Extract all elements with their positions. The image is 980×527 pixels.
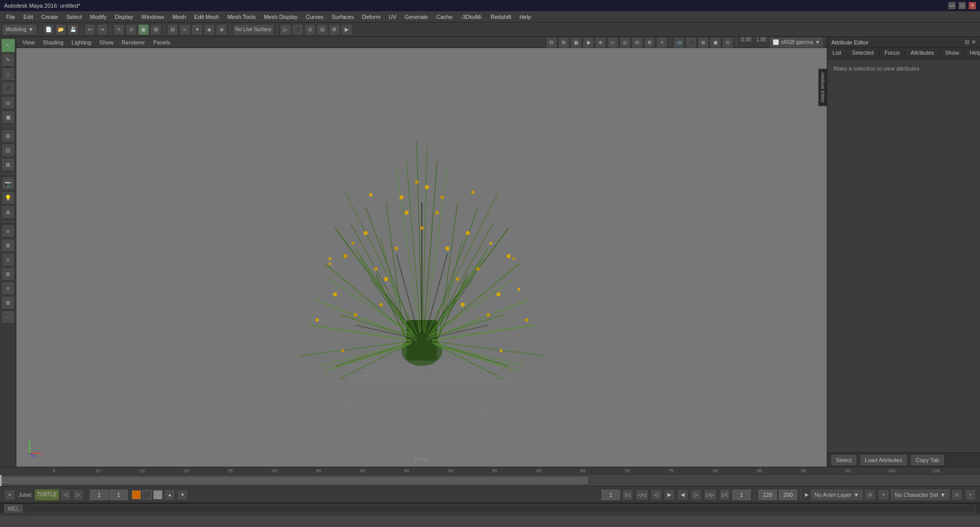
menu-cache[interactable]: Cache	[432, 13, 457, 21]
sculpt-tool-btn[interactable]: ⌂	[2, 67, 15, 81]
stack2-btn[interactable]: ≣	[2, 239, 15, 252]
transform-grid-btn[interactable]: ⊞	[2, 129, 15, 143]
render-region-btn[interactable]: ▷	[280, 24, 291, 35]
go-to-end-btn[interactable]: ▷|	[719, 489, 730, 500]
range-end-input[interactable]	[779, 490, 797, 500]
attr-tab-focus[interactable]: Focus	[879, 48, 905, 59]
char-set-options-btn[interactable]: ⊙	[951, 489, 963, 500]
paint-select-btn[interactable]: ▣	[138, 24, 149, 35]
vp-icon6-btn[interactable]: ▷	[607, 37, 618, 48]
attr-tab-show[interactable]: Show	[940, 48, 965, 59]
menu-generate[interactable]: Generate	[400, 13, 432, 21]
attr-editor-close-btn[interactable]: ✕	[971, 39, 976, 45]
vp-view-menu[interactable]: View	[19, 38, 38, 47]
save-btn[interactable]: 💾	[67, 24, 79, 35]
vp-cam2-btn[interactable]: ⬛	[685, 37, 697, 48]
char-set-add-btn[interactable]: +	[965, 489, 976, 500]
lattice-btn[interactable]: ⊠	[2, 158, 15, 171]
menu-redshift[interactable]: Redshift	[487, 13, 515, 21]
menu-select[interactable]: Select	[62, 13, 86, 21]
select-btn[interactable]: Select	[831, 455, 856, 465]
vp-shading-menu[interactable]: Shading	[40, 38, 66, 47]
transform-btn[interactable]: ⊞	[150, 24, 161, 35]
character-set-dropdown[interactable]: No Character Set ▼	[891, 490, 949, 500]
menu-help[interactable]: Help	[515, 13, 535, 21]
play-btn[interactable]: ▶	[664, 489, 675, 500]
vp-cam1-btn[interactable]: 📹	[673, 37, 684, 48]
light-btn[interactable]: 💡	[2, 191, 15, 204]
menu-display[interactable]: Display	[111, 13, 137, 21]
new-file-btn[interactable]: 📄	[43, 24, 54, 35]
attr-editor-float-btn[interactable]: ⊟	[965, 39, 969, 45]
snap-surface-btn[interactable]: ◈	[204, 24, 215, 35]
viewport[interactable]: x y z persp	[16, 48, 827, 467]
attr-tab-attributes[interactable]: Attributes	[905, 48, 940, 59]
anim-layer-dropdown[interactable]: No Anim Layer ▼	[811, 490, 863, 500]
vp-icon4-btn[interactable]: ◉	[583, 37, 594, 48]
no-live-surface-btn[interactable]: No Live Surface	[233, 24, 274, 35]
grid-btn[interactable]: ⊟	[2, 144, 15, 157]
swatch-up-btn[interactable]: ▲	[164, 489, 175, 500]
vp-icon3-btn[interactable]: ▦	[570, 37, 582, 48]
vp-panels-menu[interactable]: Panels	[150, 38, 174, 47]
current-frame-input[interactable]	[602, 490, 620, 500]
render-settings-btn[interactable]: ⚙	[329, 24, 340, 35]
go-to-start-btn[interactable]: |◁	[622, 489, 633, 500]
swatch-down-btn[interactable]: ▼	[177, 489, 188, 500]
menu-edit[interactable]: Edit	[19, 13, 37, 21]
start-frame-input[interactable]	[90, 490, 108, 500]
menu-mesh-display[interactable]: Mesh Display	[260, 13, 302, 21]
maximize-btn[interactable]: □	[959, 2, 966, 9]
prev-key-btn[interactable]: ◁◁	[635, 489, 649, 500]
menu-mesh[interactable]: Mesh	[168, 13, 190, 21]
play-reverse-btn[interactable]: ◀	[677, 489, 688, 500]
mel-label[interactable]: MEL	[4, 505, 23, 513]
next-frame-thumb[interactable]: ▷	[73, 489, 84, 500]
attr-tab-help[interactable]: Help	[965, 48, 980, 59]
undo-btn[interactable]: ↩	[84, 24, 95, 35]
menu-curves[interactable]: Curves	[302, 13, 328, 21]
vp-icon8-btn[interactable]: ⊟	[632, 37, 643, 48]
next-frame-btn[interactable]: ▷	[690, 489, 702, 500]
end-frame-input[interactable]	[732, 490, 751, 500]
render-btn[interactable]: ⬛	[292, 24, 303, 35]
redo-btn[interactable]: ↪	[97, 24, 108, 35]
stack6-btn[interactable]: ≣	[2, 296, 15, 309]
layer-options-btn[interactable]: ⊙	[865, 489, 876, 500]
menu-file[interactable]: File	[2, 13, 19, 21]
vp-cam4-btn[interactable]: ▣	[710, 37, 721, 48]
square-tool-btn[interactable]: ▣	[2, 110, 15, 124]
range-toggle-btn[interactable]: ≡	[4, 489, 15, 500]
attr-tab-selected[interactable]: Selected	[847, 48, 879, 59]
menu-surfaces[interactable]: Surfaces	[328, 13, 358, 21]
color-tool-btn[interactable]: ⬛	[2, 82, 15, 95]
play-blast-btn[interactable]: ▶	[341, 24, 352, 35]
ipr-btn[interactable]: ⊙	[304, 24, 316, 35]
vp-lighting-menu[interactable]: Lighting	[68, 38, 94, 47]
snap-live-btn[interactable]: ⊕	[216, 24, 227, 35]
lasso-tool-btn[interactable]: ⊙	[126, 24, 137, 35]
load-attributes-btn[interactable]: Load Attributes	[861, 455, 907, 465]
open-file-btn[interactable]: 📂	[55, 24, 66, 35]
layer-add-btn[interactable]: +	[878, 489, 889, 500]
select-tool-btn[interactable]: ↖	[113, 24, 125, 35]
stack5-btn[interactable]: ≡	[2, 282, 15, 295]
vp-cam3-btn[interactable]: ⊞	[698, 37, 709, 48]
timeline-range-bar[interactable]	[0, 475, 980, 486]
menu-edit-mesh[interactable]: Edit Mesh	[190, 13, 223, 21]
menu-create[interactable]: Create	[37, 13, 62, 21]
attr-editor-vtab[interactable]: Attribute Editor	[818, 68, 827, 106]
color-profile-dropdown[interactable]: ⬜ sRGB gamma ▼	[769, 37, 824, 48]
color-swatch-gray[interactable]	[153, 490, 162, 499]
display-render-btn[interactable]: ⊟	[317, 24, 328, 35]
snap-curve-btn[interactable]: ≈	[179, 24, 190, 35]
vp-icon9-btn[interactable]: ⊠	[644, 37, 655, 48]
mode-dropdown[interactable]: Modeling ▼	[2, 24, 37, 35]
turtle-btn[interactable]: TURTLE	[35, 489, 60, 500]
prev-frame-thumb[interactable]: ◁	[60, 489, 71, 500]
minimize-btn[interactable]: —	[948, 2, 955, 9]
circle-tool-btn[interactable]: ◎	[2, 96, 15, 109]
menu-mesh-tools[interactable]: Mesh Tools	[223, 13, 259, 21]
snap-point-btn[interactable]: ✦	[192, 24, 203, 35]
playback-start-input[interactable]	[109, 490, 128, 500]
